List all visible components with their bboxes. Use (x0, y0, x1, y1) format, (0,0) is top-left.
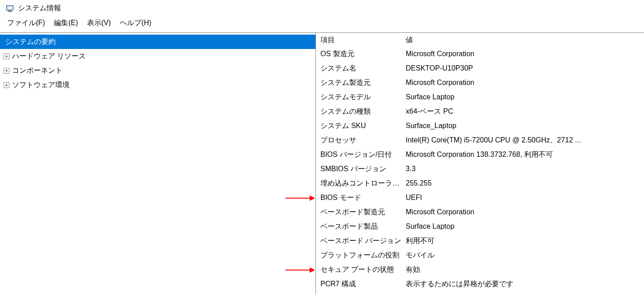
header-value[interactable]: 値 (404, 35, 644, 45)
table-row[interactable]: 埋め込みコントローラー...255.255 (316, 176, 644, 191)
table-row[interactable]: プロセッサIntel(R) Core(TM) i5-7200U CPU @ 2.… (316, 133, 644, 147)
table-row[interactable]: システムの種類x64-ベース PC (316, 104, 644, 119)
svg-marker-7 (310, 267, 315, 273)
row-value: Microsoft Corporation 138.3732.768, 利用不可 (404, 147, 644, 162)
row-name: プロセッサ (316, 133, 404, 147)
row-value: UEFI (404, 191, 644, 205)
row-name: システムの種類 (316, 104, 404, 119)
row-value: Microsoft Corporation (404, 75, 644, 90)
row-name: PCR7 構成 (316, 277, 404, 291)
annotation-arrow-secure-boot (285, 266, 315, 274)
expand-icon[interactable] (4, 53, 9, 59)
row-value: Surface Laptop (404, 219, 644, 234)
menu-view[interactable]: 表示(V) (83, 18, 114, 29)
row-value: x64-ベース PC (404, 104, 644, 119)
row-name: BIOS モード (316, 191, 404, 205)
menu-file[interactable]: ファイル(F) (4, 18, 48, 29)
row-name: SMBIOS バージョン (316, 162, 404, 176)
svg-rect-1 (7, 6, 13, 9)
svg-marker-5 (310, 195, 315, 201)
expand-icon[interactable] (4, 82, 9, 88)
annotation-arrow-bios-mode (285, 195, 315, 202)
tree-item-components[interactable]: コンポーネント (0, 63, 315, 78)
window-title: システム情報 (18, 4, 61, 13)
table-body: OS 製造元Microsoft Corporationシステム名DESKTOP-… (316, 47, 644, 291)
row-value: 3.3 (404, 162, 644, 176)
row-value: Surface Laptop (404, 90, 644, 104)
row-name: OS 製造元 (316, 47, 404, 61)
row-value: 有効 (404, 262, 644, 277)
row-value: 利用不可 (404, 234, 644, 248)
tree-item-system-summary[interactable]: システムの要約 (0, 35, 315, 49)
row-name: ベースボード製造元 (316, 205, 404, 219)
table-row[interactable]: システム製造元Microsoft Corporation (316, 75, 644, 90)
row-name: システム SKU (316, 119, 404, 133)
table-row[interactable]: BIOS モードUEFI (316, 191, 644, 205)
table-row[interactable]: ベースボード バージョン利用不可 (316, 234, 644, 248)
table-row[interactable]: システムモデルSurface Laptop (316, 90, 644, 104)
row-name: プラットフォームの役割 (316, 248, 404, 262)
table-row[interactable]: BIOS バージョン/日付Microsoft Corporation 138.3… (316, 147, 644, 162)
row-name: セキュア ブートの状態 (316, 262, 404, 277)
row-name: システムモデル (316, 90, 404, 104)
table-header: 項目 値 (316, 35, 644, 47)
row-name: ベースボード製品 (316, 219, 404, 234)
title-bar: システム情報 (0, 0, 644, 16)
svg-rect-3 (8, 11, 12, 12)
row-name: 埋め込みコントローラー... (316, 176, 404, 191)
row-value: Surface_Laptop (404, 119, 644, 133)
content-area: システムの要約 ハードウェア リソース コンポーネント ソフトウェア環境 (0, 32, 644, 294)
table-row[interactable]: ベースボード製品Surface Laptop (316, 219, 644, 234)
table-row[interactable]: プラットフォームの役割モバイル (316, 248, 644, 262)
app-icon (5, 4, 14, 13)
table-row[interactable]: ベースボード製造元Microsoft Corporation (316, 205, 644, 219)
row-value: 表示するためには昇格が必要です (404, 277, 644, 291)
row-value: モバイル (404, 248, 644, 262)
row-value: DESKTOP-U10P30P (404, 61, 644, 75)
row-name: BIOS バージョン/日付 (316, 147, 404, 162)
row-value: Microsoft Corporation (404, 47, 644, 61)
menu-edit[interactable]: 編集(E) (50, 18, 81, 29)
table-row[interactable]: システム SKUSurface_Laptop (316, 119, 644, 133)
table-row[interactable]: システム名DESKTOP-U10P30P (316, 61, 644, 75)
tree-item-hardware[interactable]: ハードウェア リソース (0, 49, 315, 63)
row-value: Microsoft Corporation (404, 205, 644, 219)
expand-icon[interactable] (4, 68, 9, 74)
tree-panel: システムの要約 ハードウェア リソース コンポーネント ソフトウェア環境 (0, 33, 316, 294)
menu-bar: ファイル(F) 編集(E) 表示(V) ヘルプ(H) (0, 16, 644, 32)
row-name: ベースボード バージョン (316, 234, 404, 248)
row-name: システム名 (316, 61, 404, 75)
row-value: 255.255 (404, 176, 644, 191)
row-value: Intel(R) Core(TM) i5-7200U CPU @ 2.50GHz… (404, 133, 644, 147)
menu-help[interactable]: ヘルプ(H) (116, 18, 155, 29)
table-row[interactable]: OS 製造元Microsoft Corporation (316, 47, 644, 61)
table-row[interactable]: セキュア ブートの状態有効 (316, 262, 644, 277)
tree-item-software[interactable]: ソフトウェア環境 (0, 78, 315, 92)
details-panel: 項目 値 OS 製造元Microsoft Corporationシステム名DES… (316, 33, 644, 294)
row-name: システム製造元 (316, 75, 404, 90)
table-row[interactable]: SMBIOS バージョン3.3 (316, 162, 644, 176)
header-name[interactable]: 項目 (316, 35, 404, 45)
svg-rect-2 (9, 10, 11, 11)
table-row[interactable]: PCR7 構成表示するためには昇格が必要です (316, 277, 644, 291)
